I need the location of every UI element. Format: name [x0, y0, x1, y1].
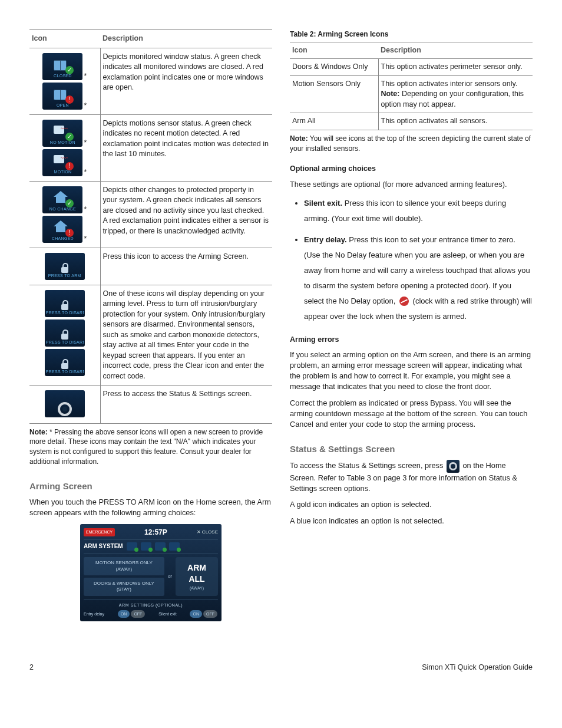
status-settings-heading: Status & Settings Screen	[290, 443, 533, 455]
optional-bullets: Silent exit. Press this icon to silence …	[290, 196, 533, 324]
list-item: Entry delay. Press this icon to set your…	[304, 232, 533, 324]
entry-delay-on[interactable]: ON	[118, 610, 130, 618]
changed-icon: ! CHANGED	[42, 216, 82, 243]
arm-screen-figure: EMERGENCY 12:57P ✕ CLOSE ARM SYSTEM MOTI…	[80, 524, 222, 622]
entry-delay-label: Entry delay	[84, 611, 104, 617]
status-mini-icon	[141, 542, 151, 551]
row-desc: Depicts motions sensor status. A green c…	[100, 114, 272, 181]
arming-icons-table: Icon Description Doors & Windows Only Th…	[290, 42, 533, 130]
table-row: PRESS TO ARM Press this icon to access t…	[29, 248, 272, 285]
row-desc: Depicts monitored window status. A green…	[100, 48, 272, 114]
status-mini-icon	[169, 542, 180, 551]
status-p2: A gold icon indicates an option is selec…	[290, 499, 533, 510]
errors-p1: If you select an arming option on the Ar…	[290, 350, 533, 392]
table-footnote: Note: * Pressing the above sensor icons …	[29, 427, 272, 467]
disarm-away-icon: PRESS TO DISARM	[45, 319, 85, 347]
doc-title: Simon XTi Quick Operation Guide	[422, 663, 533, 673]
optional-intro: These settings are optional (for more ad…	[290, 179, 533, 190]
silent-exit-off[interactable]: OFF	[203, 610, 217, 618]
no-change-icon: ✓ NO CHANGE	[42, 186, 82, 213]
table-row: Doors & Windows Only This option activat…	[290, 59, 533, 76]
icon-description-table: Icon Description ✓ CLOSED *	[29, 29, 272, 424]
disarm-away-motions-icon: PRESS TO DISARM	[45, 349, 85, 376]
status-mini-icon	[155, 542, 166, 551]
arm-system-label: ARM SYSTEM	[84, 542, 123, 551]
table-row: ✓ NO CHANGE * ! CHANGED * Depicts other …	[29, 181, 272, 248]
status-p3: A blue icon indicates an option is not s…	[290, 516, 533, 526]
press-to-arm-icon: PRESS TO ARM	[45, 253, 85, 280]
or-label: or	[168, 573, 172, 579]
row-desc: One of these icons will display dependin…	[100, 285, 272, 386]
table-row: Arm All This option activates all sensor…	[290, 113, 533, 130]
table-row: PRESS TO DISARM PRESS TO DISARM	[29, 285, 272, 386]
no-motion-icon: 〰✓ NO MOTION	[42, 120, 82, 147]
emergency-button[interactable]: EMERGENCY	[84, 528, 115, 536]
th-icon: Icon	[29, 30, 100, 48]
row-desc: Press this icon to access the Arming Scr…	[100, 248, 272, 285]
right-column: Table 2: Arming Screen Icons Icon Descri…	[290, 29, 533, 627]
table-row: 〰✓ NO MOTION * 〰! MOTION * Depicts motio…	[29, 114, 272, 181]
silent-exit-label: Silent exit	[158, 611, 176, 617]
arming-intro: When you touch the PRESS TO ARM icon on …	[29, 497, 272, 518]
table-row: Motion Sensors Only This option activate…	[290, 75, 533, 113]
arming-errors-heading: Arming errors	[290, 335, 533, 345]
th-icon: Icon	[290, 42, 378, 59]
close-button[interactable]: ✕ CLOSE	[197, 529, 218, 535]
settings-gear-icon	[45, 390, 85, 417]
arming-screen-heading: Arming Screen	[29, 480, 272, 492]
page-number: 2	[29, 663, 34, 673]
clock-label: 12:57P	[144, 528, 167, 538]
table2-caption: Table 2: Arming Screen Icons	[290, 29, 533, 39]
entry-delay-off[interactable]: OFF	[131, 610, 145, 618]
no-delay-clock-icon	[399, 297, 409, 306]
th-description: Description	[100, 30, 272, 48]
page-footer: 2 Simon XTi Quick Operation Guide	[29, 663, 533, 673]
status-mini-icon	[127, 542, 137, 551]
th-description: Description	[378, 42, 533, 59]
table-row: Press to access the Status & Settings sc…	[29, 386, 272, 424]
errors-p2: Correct the problem as indicated or pres…	[290, 398, 533, 430]
window-open-icon: ! OPEN	[42, 83, 82, 110]
gear-icon	[447, 460, 459, 473]
doors-windows-only-button[interactable]: DOORS & WINDOWS ONLY(STAY)	[84, 578, 164, 596]
table2-note: Note: You will see icons at the top of t…	[290, 134, 533, 154]
disarm-stay-icon: PRESS TO DISARM	[45, 290, 85, 317]
motion-sensors-only-button[interactable]: MOTION SENSORS ONLY(AWAY)	[84, 557, 164, 575]
optional-choices-heading: Optional arming choices	[290, 164, 533, 174]
status-p1: To access the Status & Settings screen, …	[290, 460, 533, 494]
silent-exit-on[interactable]: ON	[190, 610, 202, 618]
arm-all-button[interactable]: ARM ALL (AWAY)	[176, 557, 218, 596]
list-item: Silent exit. Press this icon to silence …	[304, 196, 533, 226]
left-column: Icon Description ✓ CLOSED *	[29, 29, 272, 627]
motion-icon: 〰! MOTION	[42, 149, 82, 176]
table-row: ✓ CLOSED * ! OPEN * Depicts monitored wi…	[29, 48, 272, 114]
arm-settings-optional-label: ARM SETTINGS (OPTIONAL)	[84, 602, 218, 608]
window-closed-icon: ✓ CLOSED	[42, 53, 82, 80]
row-desc: Depicts other changes to protected prope…	[100, 181, 272, 248]
row-desc: Press to access the Status & Settings sc…	[100, 386, 272, 424]
